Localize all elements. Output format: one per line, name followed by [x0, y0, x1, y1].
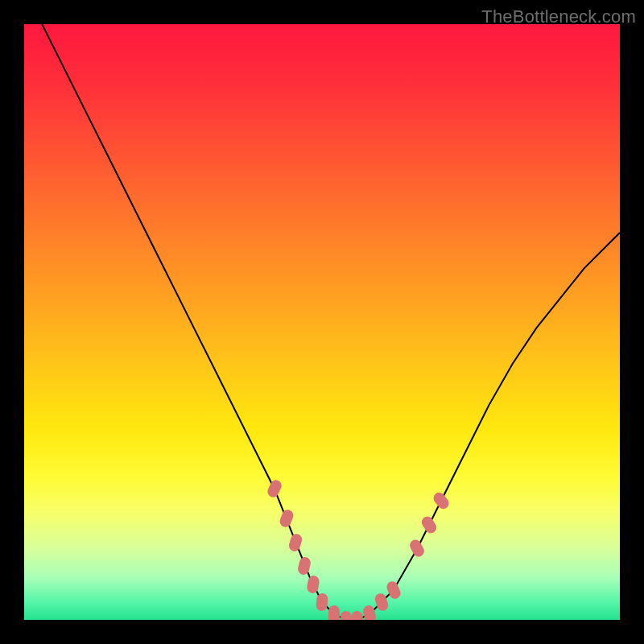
plot-area [24, 24, 620, 620]
curve-marker [328, 605, 340, 620]
chart-container: TheBottleneck.com [0, 0, 644, 644]
watermark-text: TheBottleneck.com [481, 6, 636, 27]
bottleneck-curve [24, 24, 620, 620]
curve-marker [340, 611, 352, 620]
